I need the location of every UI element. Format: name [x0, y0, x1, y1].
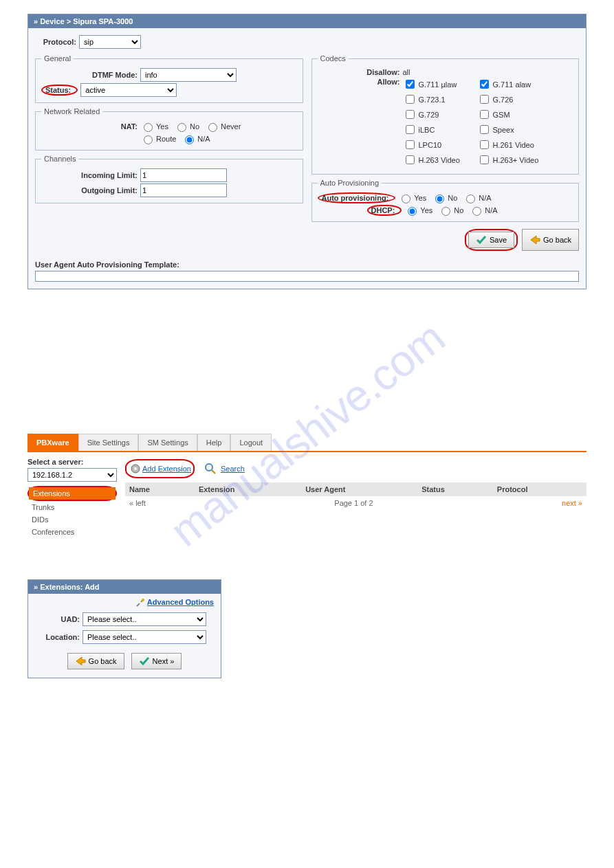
extadd-title: » Extensions: Add [28, 580, 221, 594]
codec-g726-check[interactable] [480, 95, 489, 104]
codec-g7231-check[interactable] [406, 95, 415, 104]
ap-no-label: No [448, 194, 457, 202]
svg-point-2 [206, 464, 212, 471]
dhcp-na-radio[interactable] [472, 207, 481, 216]
channels-legend: Channels [41, 155, 78, 163]
ext-highlight: Extensions [28, 486, 117, 501]
nat-yes-radio[interactable] [144, 123, 153, 132]
col-status: Status [417, 482, 493, 496]
arrow-left-icon [529, 234, 540, 245]
codecs-fieldset: Codecs Disallow: all Allow: G.711 µlaw G… [311, 54, 580, 175]
codec-h263-check[interactable] [406, 155, 415, 164]
inlimit-label: Incoming Limit: [41, 171, 140, 179]
save-button[interactable]: Save [468, 232, 514, 248]
tab-sm[interactable]: SM Settings [138, 434, 197, 451]
codec-g729-label: G.729 [419, 111, 439, 119]
page-next[interactable]: next » [562, 499, 582, 507]
codec-gsm-check[interactable] [480, 110, 489, 119]
codec-g711u-check[interactable] [406, 80, 415, 89]
add-extension-link[interactable]: Add Extension [142, 465, 191, 473]
page-left[interactable]: « left [129, 499, 146, 507]
nat-never-radio[interactable] [208, 123, 217, 132]
codec-lpc10-check[interactable] [406, 140, 415, 149]
uaapt-label: User Agent Auto Provisioning Template: [35, 260, 579, 269]
autoprov-highlight: Auto provisioning: [318, 192, 396, 203]
network-legend: Network Related [41, 107, 102, 115]
sidebar-item-dids[interactable]: DIDs [28, 513, 117, 526]
extadd-next-button[interactable]: Next » [131, 653, 182, 669]
dhcp-no-radio[interactable] [441, 207, 450, 216]
advanced-options-link[interactable]: Advanced Options [147, 598, 214, 606]
extensions-add-panel: » Extensions: Add Advanced Options UAD: … [28, 579, 221, 678]
check-icon [476, 234, 487, 245]
codec-h263p-check[interactable] [480, 155, 489, 164]
allow-label: Allow: [318, 78, 403, 86]
status-highlight: Status: [41, 85, 78, 96]
inlimit-input[interactable] [140, 168, 227, 182]
codec-g729-check[interactable] [406, 110, 415, 119]
ap-yes-radio[interactable] [402, 194, 410, 203]
goback-label: Go back [543, 236, 571, 244]
tab-pbxware[interactable]: PBXware [28, 434, 78, 451]
nat-no-radio[interactable] [177, 123, 186, 132]
page-indicator: Page 1 of 2 [334, 499, 373, 507]
uad-select[interactable]: Please select.. [83, 612, 206, 626]
autoprov-label: Auto provisioning: [322, 194, 392, 202]
extensions-table: Name Extension User Agent Status Protoco… [125, 482, 586, 496]
disallow-value: all [403, 68, 410, 76]
codec-h263-label: H.263 Video [419, 156, 460, 164]
disallow-label: Disallow: [318, 68, 403, 76]
col-ua: User Agent [301, 482, 417, 496]
nat-yes-label: Yes [156, 122, 168, 131]
search-link[interactable]: Search [221, 465, 245, 473]
protocol-label: Protocol: [35, 38, 79, 46]
dhcp-label: DHCP: [371, 206, 398, 214]
goback-button[interactable]: Go back [522, 229, 579, 251]
addext-highlight: Add Extension [125, 459, 195, 478]
save-highlight: Save [465, 229, 518, 251]
extadd-goback-label: Go back [89, 657, 117, 665]
sidebar-item-extensions[interactable]: Extensions [29, 487, 116, 500]
status-label: Status: [45, 86, 74, 94]
codec-g726-label: G.726 [493, 96, 514, 104]
codec-g711a-label: G.711 alaw [493, 80, 531, 89]
uad-label: UAD: [35, 615, 83, 623]
network-fieldset: Network Related NAT: Yes No Never Route [35, 107, 303, 151]
codec-h261-check[interactable] [480, 140, 489, 149]
location-select[interactable]: Please select.. [83, 630, 206, 644]
codecs-legend: Codecs [318, 54, 349, 63]
status-select[interactable]: active [80, 83, 177, 97]
server-select[interactable]: 192.168.1.2 [28, 468, 117, 482]
ap-na-radio[interactable] [466, 194, 475, 203]
sidebar-item-conferences[interactable]: Conferences [28, 526, 117, 538]
ap-na-label: N/A [479, 194, 491, 202]
tab-logout[interactable]: Logout [230, 434, 272, 451]
col-ext: Extension [195, 482, 301, 496]
svg-line-3 [212, 470, 215, 474]
codec-h263p-label: H.263+ Video [493, 156, 539, 164]
nat-na-radio[interactable] [185, 135, 194, 144]
main-content: Add Extension Search Name Extension User… [125, 458, 586, 538]
dhcp-yes-radio[interactable] [408, 207, 417, 216]
sidebar: Select a server: 192.168.1.2 Extensions … [28, 458, 117, 538]
ap-no-radio[interactable] [435, 194, 444, 203]
nat-no-label: No [190, 122, 199, 131]
sidebar-item-trunks[interactable]: Trunks [28, 501, 117, 513]
protocol-select[interactable]: sip [79, 35, 141, 49]
tabs: PBXware Site Settings SM Settings Help L… [28, 434, 586, 452]
codec-speex-check[interactable] [480, 125, 489, 134]
codec-g711a-check[interactable] [480, 80, 489, 89]
codec-gsm-label: GSM [493, 111, 510, 119]
codec-speex-label: Speex [493, 126, 514, 134]
codec-ilbc-check[interactable] [406, 125, 415, 134]
codec-lpc10-label: LPC10 [419, 141, 442, 149]
codec-g7231-label: G.723.1 [419, 96, 446, 104]
tab-help[interactable]: Help [197, 434, 231, 451]
outlimit-input[interactable] [140, 183, 227, 197]
tab-site[interactable]: Site Settings [78, 434, 139, 451]
save-label: Save [490, 236, 507, 244]
uaapt-textarea[interactable] [35, 271, 579, 282]
dtmf-select[interactable]: info [140, 68, 237, 82]
nat-route-radio[interactable] [144, 135, 153, 144]
extadd-goback-button[interactable]: Go back [67, 653, 124, 669]
